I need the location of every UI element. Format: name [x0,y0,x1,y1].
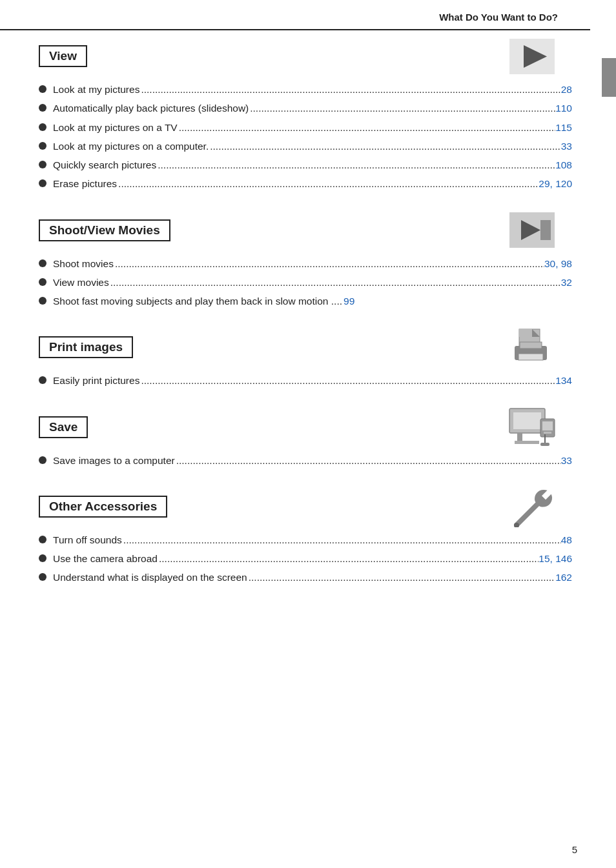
save-item-list: Save images to a computer 33 [39,453,558,468]
movie-icon [506,211,558,250]
section-print-title: Print images [39,336,133,358]
section-view-title: View [39,45,87,67]
section-view-header: View [39,37,558,76]
section-movies-header: Shoot/View Movies [39,211,558,250]
svg-rect-10 [518,354,543,360]
section-save-title: Save [39,416,88,438]
list-item: View movies 32 [39,275,558,290]
bullet-icon [39,456,46,464]
section-accessories-header: Other Accessories [39,487,558,526]
svg-rect-14 [515,441,539,444]
bullet-icon [39,142,46,150]
svg-rect-16 [542,421,553,430]
bullet-icon [39,278,46,286]
list-item: Shoot fast moving subjects and play them… [39,294,558,308]
list-item: Look at my pictures 28 [39,82,558,97]
bullet-icon [39,85,46,93]
print-icon [506,328,558,367]
section-movies-title: Shoot/View Movies [39,219,170,241]
svg-rect-13 [517,433,522,441]
section-view: View Look at my pictures 28 [39,37,558,192]
svg-rect-17 [544,432,551,434]
view-icon [506,37,558,76]
view-item-list: Look at my pictures 28 Automatically pla… [39,82,558,192]
movies-item-list: Shoot movies 30, 98 View movies 32 Shoot… [39,256,558,309]
bullet-icon [39,161,46,168]
list-item: Look at my pictures on a computer. 33 [39,139,558,154]
accessories-item-list: Turn off sounds 48 Use the camera abroad… [39,532,558,585]
save-icon [506,408,558,447]
accessories-icon [506,487,558,526]
bullet-icon [39,259,46,267]
page-header: What Do You Want to Do? [0,0,590,30]
list-item: Understand what is displayed on the scre… [39,570,558,585]
list-item: Shoot movies 30, 98 [39,256,558,271]
list-item: Look at my pictures on a TV 115 [39,120,558,135]
section-movies: Shoot/View Movies Shoot movies 30, 98 [39,211,558,309]
section-save-header: Save [39,408,558,447]
list-item: Erase pictures 29, 120 [39,176,558,191]
bullet-icon [39,554,46,562]
bullet-icon [39,179,46,187]
bullet-icon [39,297,46,305]
list-item: Automatically play back pictures (slides… [39,101,558,116]
list-item: Easily print pictures 134 [39,373,558,388]
page-tab [602,58,616,97]
svg-rect-19 [540,443,549,446]
list-item: Use the camera abroad 15, 146 [39,551,558,566]
list-item: Turn off sounds 48 [39,532,558,547]
bullet-icon [39,104,46,112]
list-item: Quickly search pictures 108 [39,157,558,172]
svg-rect-7 [519,329,532,337]
bullet-icon [39,573,46,581]
svg-rect-12 [513,412,541,429]
section-save: Save [39,408,558,468]
header-title: What Do You Want to Do? [439,12,558,23]
svg-rect-9 [520,342,542,348]
svg-rect-4 [540,220,551,240]
section-other-accessories: Other Accessories Turn off sounds [39,487,558,585]
list-item: Save images to a computer 33 [39,453,558,468]
print-item-list: Easily print pictures 134 [39,373,558,388]
bullet-icon [39,376,46,384]
bullet-icon [39,536,46,543]
section-print-header: Print images [39,328,558,367]
section-accessories-title: Other Accessories [39,496,167,518]
section-print: Print images Easily print pictures [39,328,558,388]
page-number: 5 [572,844,577,855]
page-content: View Look at my pictures 28 [0,30,590,631]
bullet-icon [39,123,46,131]
